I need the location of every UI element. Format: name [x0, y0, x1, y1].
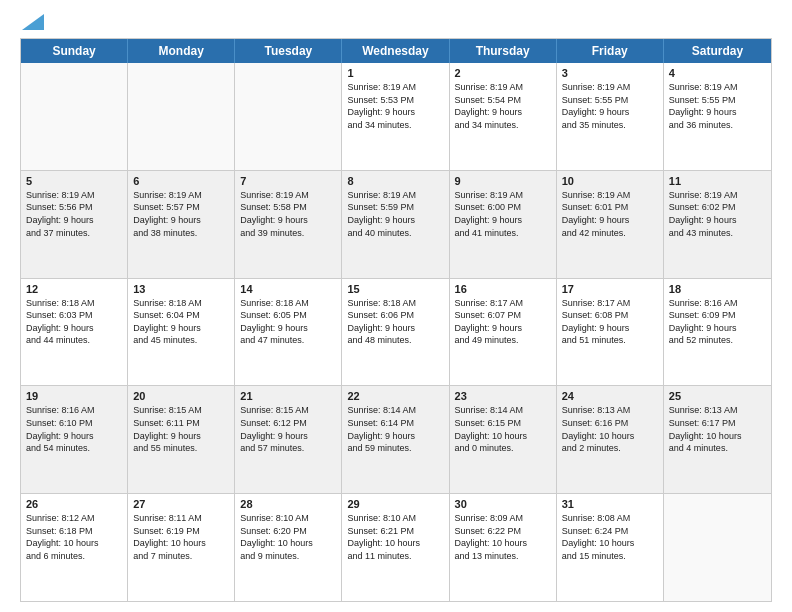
cell-text-line: Daylight: 9 hours	[562, 106, 658, 119]
cell-text-line: Sunrise: 8:19 AM	[347, 81, 443, 94]
cell-text-line: Sunrise: 8:15 AM	[133, 404, 229, 417]
day-number: 21	[240, 390, 336, 402]
cell-text-line: and 13 minutes.	[455, 550, 551, 563]
day-number: 4	[669, 67, 766, 79]
header-day-thursday: Thursday	[450, 39, 557, 63]
day-number: 13	[133, 283, 229, 295]
cell-text-line: and 2 minutes.	[562, 442, 658, 455]
cell-text-line: Sunrise: 8:18 AM	[240, 297, 336, 310]
calendar-cell	[235, 63, 342, 170]
calendar: SundayMondayTuesdayWednesdayThursdayFrid…	[20, 38, 772, 602]
svg-marker-0	[22, 14, 44, 30]
cell-text-line: and 55 minutes.	[133, 442, 229, 455]
cell-text-line: Daylight: 10 hours	[455, 537, 551, 550]
cell-text-line: Sunset: 6:22 PM	[455, 525, 551, 538]
cell-text-line: Sunrise: 8:19 AM	[455, 81, 551, 94]
day-number: 2	[455, 67, 551, 79]
cell-text-line: and 43 minutes.	[669, 227, 766, 240]
day-number: 17	[562, 283, 658, 295]
cell-text-line: and 4 minutes.	[669, 442, 766, 455]
cell-text-line: Sunset: 6:12 PM	[240, 417, 336, 430]
calendar-cell: 15Sunrise: 8:18 AMSunset: 6:06 PMDayligh…	[342, 279, 449, 386]
day-number: 27	[133, 498, 229, 510]
calendar-cell: 24Sunrise: 8:13 AMSunset: 6:16 PMDayligh…	[557, 386, 664, 493]
cell-text-line: Sunset: 6:08 PM	[562, 309, 658, 322]
calendar-cell: 2Sunrise: 8:19 AMSunset: 5:54 PMDaylight…	[450, 63, 557, 170]
calendar-cell: 21Sunrise: 8:15 AMSunset: 6:12 PMDayligh…	[235, 386, 342, 493]
calendar-cell: 10Sunrise: 8:19 AMSunset: 6:01 PMDayligh…	[557, 171, 664, 278]
cell-text-line: Sunset: 5:59 PM	[347, 201, 443, 214]
cell-text-line: and 57 minutes.	[240, 442, 336, 455]
cell-text-line: Daylight: 9 hours	[347, 430, 443, 443]
calendar-cell: 16Sunrise: 8:17 AMSunset: 6:07 PMDayligh…	[450, 279, 557, 386]
cell-text-line: Sunrise: 8:11 AM	[133, 512, 229, 525]
cell-text-line: Daylight: 9 hours	[347, 106, 443, 119]
cell-text-line: Sunset: 5:56 PM	[26, 201, 122, 214]
cell-text-line: Sunrise: 8:19 AM	[455, 189, 551, 202]
cell-text-line: Daylight: 9 hours	[133, 322, 229, 335]
cell-text-line: Sunrise: 8:16 AM	[26, 404, 122, 417]
cell-text-line: Daylight: 9 hours	[26, 430, 122, 443]
calendar-cell: 11Sunrise: 8:19 AMSunset: 6:02 PMDayligh…	[664, 171, 771, 278]
calendar-cell: 25Sunrise: 8:13 AMSunset: 6:17 PMDayligh…	[664, 386, 771, 493]
day-number: 8	[347, 175, 443, 187]
cell-text-line: Sunrise: 8:10 AM	[240, 512, 336, 525]
calendar-cell: 23Sunrise: 8:14 AMSunset: 6:15 PMDayligh…	[450, 386, 557, 493]
calendar-cell: 30Sunrise: 8:09 AMSunset: 6:22 PMDayligh…	[450, 494, 557, 601]
day-number: 3	[562, 67, 658, 79]
calendar-cell: 22Sunrise: 8:14 AMSunset: 6:14 PMDayligh…	[342, 386, 449, 493]
day-number: 11	[669, 175, 766, 187]
header-day-tuesday: Tuesday	[235, 39, 342, 63]
cell-text-line: Sunset: 6:24 PM	[562, 525, 658, 538]
cell-text-line: and 42 minutes.	[562, 227, 658, 240]
calendar-cell: 7Sunrise: 8:19 AMSunset: 5:58 PMDaylight…	[235, 171, 342, 278]
cell-text-line: Sunset: 6:07 PM	[455, 309, 551, 322]
cell-text-line: Sunrise: 8:08 AM	[562, 512, 658, 525]
calendar-cell: 18Sunrise: 8:16 AMSunset: 6:09 PMDayligh…	[664, 279, 771, 386]
calendar-cell: 5Sunrise: 8:19 AMSunset: 5:56 PMDaylight…	[21, 171, 128, 278]
cell-text-line: Sunrise: 8:15 AM	[240, 404, 336, 417]
cell-text-line: Sunset: 6:11 PM	[133, 417, 229, 430]
cell-text-line: and 49 minutes.	[455, 334, 551, 347]
day-number: 31	[562, 498, 658, 510]
calendar-cell: 14Sunrise: 8:18 AMSunset: 6:05 PMDayligh…	[235, 279, 342, 386]
cell-text-line: Sunrise: 8:19 AM	[240, 189, 336, 202]
cell-text-line: Daylight: 9 hours	[26, 214, 122, 227]
day-number: 22	[347, 390, 443, 402]
cell-text-line: and 59 minutes.	[347, 442, 443, 455]
calendar-cell	[21, 63, 128, 170]
cell-text-line: Sunset: 6:05 PM	[240, 309, 336, 322]
cell-text-line: Sunset: 6:00 PM	[455, 201, 551, 214]
day-number: 12	[26, 283, 122, 295]
cell-text-line: Sunrise: 8:19 AM	[562, 81, 658, 94]
cell-text-line: Daylight: 9 hours	[133, 430, 229, 443]
calendar-cell: 6Sunrise: 8:19 AMSunset: 5:57 PMDaylight…	[128, 171, 235, 278]
calendar-cell: 29Sunrise: 8:10 AMSunset: 6:21 PMDayligh…	[342, 494, 449, 601]
logo	[20, 18, 44, 30]
cell-text-line: Sunrise: 8:13 AM	[669, 404, 766, 417]
day-number: 15	[347, 283, 443, 295]
day-number: 23	[455, 390, 551, 402]
cell-text-line: Sunset: 5:55 PM	[669, 94, 766, 107]
cell-text-line: and 38 minutes.	[133, 227, 229, 240]
cell-text-line: Sunrise: 8:14 AM	[347, 404, 443, 417]
day-number: 10	[562, 175, 658, 187]
cell-text-line: and 51 minutes.	[562, 334, 658, 347]
cell-text-line: and 41 minutes.	[455, 227, 551, 240]
calendar-row-5: 26Sunrise: 8:12 AMSunset: 6:18 PMDayligh…	[21, 494, 771, 601]
calendar-header: SundayMondayTuesdayWednesdayThursdayFrid…	[21, 39, 771, 63]
cell-text-line: Daylight: 10 hours	[26, 537, 122, 550]
day-number: 5	[26, 175, 122, 187]
cell-text-line: Sunset: 6:10 PM	[26, 417, 122, 430]
cell-text-line: Daylight: 10 hours	[347, 537, 443, 550]
cell-text-line: Sunrise: 8:17 AM	[455, 297, 551, 310]
day-number: 18	[669, 283, 766, 295]
cell-text-line: Daylight: 10 hours	[455, 430, 551, 443]
calendar-cell: 17Sunrise: 8:17 AMSunset: 6:08 PMDayligh…	[557, 279, 664, 386]
cell-text-line: Daylight: 9 hours	[669, 106, 766, 119]
calendar-row-2: 5Sunrise: 8:19 AMSunset: 5:56 PMDaylight…	[21, 171, 771, 279]
cell-text-line: Sunset: 6:02 PM	[669, 201, 766, 214]
calendar-cell: 1Sunrise: 8:19 AMSunset: 5:53 PMDaylight…	[342, 63, 449, 170]
header-day-sunday: Sunday	[21, 39, 128, 63]
calendar-row-4: 19Sunrise: 8:16 AMSunset: 6:10 PMDayligh…	[21, 386, 771, 494]
